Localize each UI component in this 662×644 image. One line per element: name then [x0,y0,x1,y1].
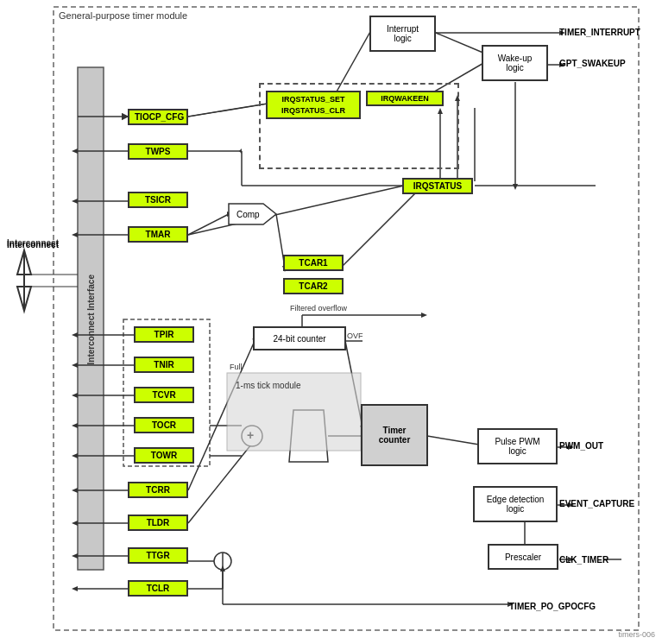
reg-TMAR: TMAR [128,226,188,243]
svg-marker-26 [72,363,78,368]
signal-TIMER_INTERRUPT: TIMER_INTERRUPT [559,28,640,37]
svg-marker-52 [239,148,242,154]
svg-marker-41 [72,521,78,526]
svg-marker-35 [72,453,78,458]
svg-marker-114 [289,410,328,462]
svg-line-47 [188,104,268,117]
interconnect-label: Interconnect [7,240,59,249]
reg-TSICR: TSICR [128,192,188,208]
svg-line-62 [436,33,485,54]
edge-detection-logic-box: Edge detectionlogic [473,486,558,522]
reg-TIOCP_CFG: TIOCP_CFG [128,109,188,125]
reg-TCLR: TCLR [128,580,188,597]
svg-marker-104 [438,108,443,114]
counter-24bit-box: 24-bit counter [253,326,346,350]
reg-TTGR: TTGR [128,547,188,564]
reg-TCAR2: TCAR2 [283,278,344,294]
svg-text:OVF: OVF [347,331,363,340]
svg-marker-106 [455,95,460,101]
signal-EVENT_CAPTURE: EVENT_CAPTURE [559,499,634,508]
svg-line-58 [332,30,371,99]
svg-line-109 [188,104,268,117]
svg-marker-38 [72,488,78,493]
svg-line-108 [188,186,404,235]
svg-marker-89 [220,565,225,571]
interrupt-logic-box: Interruptlogic [369,16,436,52]
prescaler-box: Prescaler [488,544,558,570]
svg-marker-23 [72,332,78,338]
svg-line-100 [188,341,255,490]
watermark: timers-006 [618,630,655,639]
svg-marker-13 [72,148,78,154]
reg-IRQWAKEEN: IRQWAKEEN [366,91,444,106]
svg-marker-32 [72,423,78,428]
svg-point-112 [242,426,262,446]
pulse-pwm-logic-box: Pulse PWMlogic [477,428,558,464]
reg-TCVR: TCVR [134,387,194,403]
reg-TWPS: TWPS [128,143,188,160]
svg-line-102 [188,440,255,523]
svg-line-75 [345,341,363,427]
svg-marker-46 [72,586,78,591]
svg-marker-3 [17,250,31,275]
reg-IRQSTATUS: IRQSTATUS [402,178,473,194]
svg-rect-115 [227,373,361,451]
reg-TCRR: TCRR [128,482,188,498]
svg-marker-16 [72,199,78,204]
interconnect-interface-label: Interconnect Interface [78,69,104,570]
svg-marker-74 [421,313,427,318]
reg-TCAR1: TCAR1 [283,255,344,271]
reg-TPIR: TPIR [134,326,194,343]
reg-IRQSTATUS_SET_CLR: IRQSTATUS_SETIRQSTATUS_CLR [266,91,361,119]
svg-marker-110 [229,204,276,224]
reg-TNIR: TNIR [134,357,194,373]
svg-marker-29 [72,393,78,398]
diagram-container: General-purpose timer module Interconnec… [0,0,662,644]
svg-marker-19 [72,232,78,237]
svg-line-65 [188,214,229,235]
svg-line-69 [341,186,423,268]
svg-text:Comp: Comp [236,210,260,219]
signal-TIMER_PO_GPOCFG: TIMER_PO_GPOCFG [509,602,596,611]
timer-counter-box: Timercounter [361,404,428,466]
wakeup-logic-box: Wake-uplogic [482,45,548,81]
signal-GPT_SWAKEUP: GPT_SWAKEUP [559,59,626,68]
svg-text:Filtered overflow: Filtered overflow [290,304,348,313]
reg-TOCR: TOCR [134,417,194,433]
svg-marker-43 [72,553,78,559]
svg-text:Full: Full [230,363,243,371]
svg-text:General-purpose timer module: General-purpose timer module [59,10,187,21]
svg-point-86 [214,552,231,570]
reg-TOWR: TOWR [134,447,194,464]
svg-marker-64 [513,184,518,190]
svg-text:1-ms tick module: 1-ms tick module [236,381,301,390]
signal-PWM_OUT: PWM_OUT [559,441,603,451]
svg-marker-66 [227,212,233,217]
svg-marker-4 [17,287,31,311]
reg-TLDR: TLDR [128,515,188,531]
svg-line-77 [427,436,479,445]
signal-CLK_TIMER: CLK_TIMER [559,555,608,565]
svg-text:+: + [247,428,254,442]
